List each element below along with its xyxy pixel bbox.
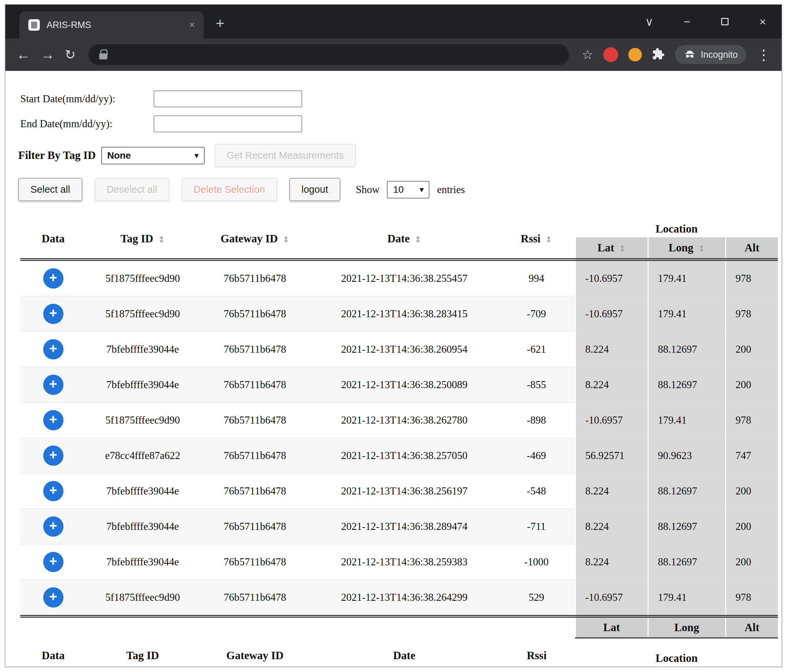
cell-rssi: 994 xyxy=(498,260,575,297)
sort-icon[interactable]: ↕ xyxy=(698,244,705,254)
cell-gateway-id: 76b5711b6478 xyxy=(199,544,311,580)
extension-icon-orange[interactable] xyxy=(628,48,642,62)
table-row: + 7bfebffffe39044e 76b5711b6478 2021-12-… xyxy=(20,367,778,403)
forward-icon[interactable]: → xyxy=(41,47,55,63)
minimize-button[interactable]: − xyxy=(668,5,706,38)
footer-header-alt: Alt xyxy=(725,616,778,638)
column-header-tag-id[interactable]: Tag ID↕ xyxy=(86,219,199,260)
expand-row-button[interactable]: + xyxy=(43,268,63,289)
cell-tag-id: 7bfebffffe39044e xyxy=(86,509,199,544)
show-entries-group: Show 10 ▾ entries xyxy=(356,181,465,199)
end-date-row: End Date(mm/dd/yy): xyxy=(20,115,768,132)
end-date-input[interactable] xyxy=(153,115,302,132)
expand-row-button[interactable]: + xyxy=(43,339,63,360)
logout-button[interactable]: logout xyxy=(289,178,340,201)
table-footer: Lat Long Alt Data Tag ID Gateway ID Date… xyxy=(20,616,778,667)
cell-alt: 978 xyxy=(725,403,778,438)
expand-row-button[interactable]: + xyxy=(43,445,63,466)
cell-gateway-id: 76b5711b6478 xyxy=(199,367,311,403)
extensions-puzzle-icon[interactable] xyxy=(652,47,665,62)
column-header-long[interactable]: Long↕ xyxy=(648,237,725,260)
cell-alt: 978 xyxy=(725,297,778,332)
back-icon[interactable]: ← xyxy=(16,47,30,63)
bookmark-star-icon[interactable]: ☆ xyxy=(582,47,593,62)
tag-filter-select[interactable]: None ▾ xyxy=(101,147,205,164)
select-all-button[interactable]: Select all xyxy=(18,178,82,201)
browser-titlebar: ARIS-RMS × + ∨ − × xyxy=(5,5,782,38)
close-button[interactable]: × xyxy=(744,5,782,38)
cell-data: + xyxy=(20,438,86,473)
column-header-gateway-id[interactable]: Gateway ID↕ xyxy=(199,219,311,260)
adblock-extension-icon[interactable] xyxy=(603,47,618,62)
lock-icon xyxy=(99,53,107,59)
cell-gateway-id: 76b5711b6478 xyxy=(199,580,311,617)
expand-row-button[interactable]: + xyxy=(43,375,63,395)
page-size-select[interactable]: 10 ▾ xyxy=(387,181,430,199)
expand-row-button[interactable]: + xyxy=(43,552,63,572)
table-header: Data Tag ID↕ Gateway ID↕ Date↕ Rssi↕ Loc… xyxy=(20,219,778,260)
sort-icon[interactable]: ↕ xyxy=(545,235,552,245)
cell-lat: 8.224 xyxy=(575,367,648,403)
column-header-rssi[interactable]: Rssi↕ xyxy=(498,219,575,260)
cell-tag-id: 5f1875fffeec9d90 xyxy=(86,260,199,297)
footer-header-gateway-id: Gateway ID xyxy=(199,638,311,667)
sort-icon[interactable]: ↕ xyxy=(158,235,165,245)
tag-filter-value: None xyxy=(107,150,131,161)
browser-tab[interactable]: ARIS-RMS × xyxy=(20,11,204,38)
show-label: Show xyxy=(356,184,380,196)
get-recent-measurements-button[interactable]: Get Recent Measurements xyxy=(215,144,356,167)
cell-lat: 56.92571 xyxy=(575,438,648,473)
cell-data: + xyxy=(20,580,86,617)
expand-row-button[interactable]: + xyxy=(43,516,63,537)
start-date-input[interactable] xyxy=(153,90,302,107)
tab-close-icon[interactable]: × xyxy=(190,20,195,30)
new-tab-button[interactable]: + xyxy=(216,15,224,32)
deselect-all-button[interactable]: Deselect all xyxy=(95,178,169,201)
chevron-down-icon[interactable]: ∨ xyxy=(631,5,668,38)
aris-favicon-icon xyxy=(28,19,40,31)
reload-icon[interactable]: ↻ xyxy=(65,47,76,62)
sort-icon[interactable]: ↕ xyxy=(283,235,289,245)
cell-rssi: 529 xyxy=(498,580,575,617)
cell-long: 179.41 xyxy=(648,403,725,438)
column-header-date[interactable]: Date↕ xyxy=(311,219,498,260)
delete-selection-button[interactable]: Delete Selection xyxy=(182,178,277,201)
incognito-badge[interactable]: Incognito xyxy=(675,45,746,64)
cell-lat: -10.6957 xyxy=(575,403,648,438)
expand-row-button[interactable]: + xyxy=(43,587,63,607)
cell-rssi: -709 xyxy=(498,297,575,332)
maximize-button[interactable] xyxy=(706,5,744,38)
cell-data: + xyxy=(20,403,86,438)
browser-menu-icon[interactable]: ⋮ xyxy=(757,47,771,63)
cell-gateway-id: 76b5711b6478 xyxy=(199,332,311,367)
cell-date: 2021-12-13T14:36:38.262780 xyxy=(311,403,498,438)
cell-date: 2021-12-13T14:36:38.283415 xyxy=(311,297,498,332)
footer-header-date: Date xyxy=(311,638,498,667)
sort-icon[interactable]: ↕ xyxy=(414,235,421,245)
cell-date: 2021-12-13T14:36:38.255457 xyxy=(311,260,498,297)
browser-window: ARIS-RMS × + ∨ − × ← → ↻ ☆ Incognito xyxy=(5,4,782,667)
address-bar[interactable] xyxy=(88,44,569,65)
expand-row-button[interactable]: + xyxy=(43,410,63,430)
cell-tag-id: 7bfebffffe39044e xyxy=(86,544,199,580)
cell-data: + xyxy=(20,332,86,367)
footer-group-location: Location xyxy=(575,638,778,667)
cell-alt: 978 xyxy=(725,260,778,297)
expand-row-button[interactable]: + xyxy=(43,481,63,501)
entries-label: entries xyxy=(437,184,465,196)
cell-data: + xyxy=(20,260,86,297)
sort-icon[interactable]: ↕ xyxy=(619,244,626,254)
cell-rssi: -855 xyxy=(498,367,575,403)
cell-rssi: -469 xyxy=(498,438,575,473)
cell-long: 179.41 xyxy=(648,580,725,617)
column-header-lat[interactable]: Lat↕ xyxy=(575,237,648,260)
expand-row-button[interactable]: + xyxy=(43,304,63,324)
cell-tag-id: 7bfebffffe39044e xyxy=(86,473,199,509)
cell-long: 179.41 xyxy=(648,260,725,297)
end-date-label: End Date(mm/dd/yy): xyxy=(20,118,153,130)
cell-tag-id: 5f1875fffeec9d90 xyxy=(86,297,199,332)
cell-lat: 8.224 xyxy=(575,332,648,367)
column-group-location: Location xyxy=(575,219,778,237)
cell-long: 179.41 xyxy=(648,297,725,332)
window-controls: ∨ − × xyxy=(631,5,782,38)
